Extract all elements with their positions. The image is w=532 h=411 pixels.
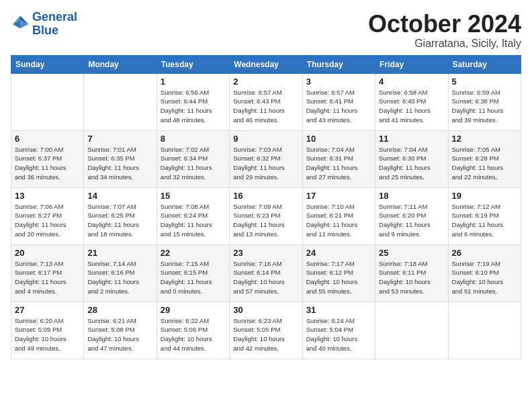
calendar-cell: 21Sunrise: 7:14 AM Sunset: 6:16 PM Dayli… [84,244,157,302]
month-title: October 2024 [368,11,521,38]
calendar-cell [448,302,521,359]
calendar-cell: 18Sunrise: 7:11 AM Sunset: 6:20 PM Dayli… [375,187,448,244]
day-number: 26 [452,248,517,258]
calendar-cell: 26Sunrise: 7:19 AM Sunset: 6:10 PM Dayli… [448,244,521,302]
day-info: Sunrise: 7:06 AM Sunset: 6:27 PM Dayligh… [15,202,80,239]
day-number: 15 [161,191,226,201]
day-number: 22 [161,248,226,258]
day-number: 10 [306,134,371,144]
day-info: Sunrise: 7:17 AM Sunset: 6:12 PM Dayligh… [306,259,371,296]
calendar-cell: 14Sunrise: 7:07 AM Sunset: 6:25 PM Dayli… [84,187,157,244]
calendar-cell: 11Sunrise: 7:04 AM Sunset: 6:30 PM Dayli… [375,130,448,187]
calendar-cell: 4Sunrise: 6:58 AM Sunset: 6:40 PM Daylig… [375,73,448,130]
day-number: 25 [379,248,444,258]
calendar-cell: 6Sunrise: 7:00 AM Sunset: 6:37 PM Daylig… [11,130,84,187]
day-number: 19 [452,191,517,201]
day-info: Sunrise: 7:03 AM Sunset: 6:32 PM Dayligh… [233,145,298,182]
calendar-cell: 9Sunrise: 7:03 AM Sunset: 6:32 PM Daylig… [230,130,302,187]
calendar-week-3: 13Sunrise: 7:06 AM Sunset: 6:27 PM Dayli… [11,187,521,244]
day-number: 17 [306,191,371,201]
calendar-week-1: 1Sunrise: 6:56 AM Sunset: 6:44 PM Daylig… [11,73,521,130]
calendar-cell: 24Sunrise: 7:17 AM Sunset: 6:12 PM Dayli… [302,244,375,302]
column-header-monday: Monday [84,55,157,73]
calendar-cell: 25Sunrise: 7:18 AM Sunset: 6:11 PM Dayli… [375,244,448,302]
column-header-saturday: Saturday [448,55,521,73]
day-number: 30 [233,305,298,315]
calendar-cell: 2Sunrise: 6:57 AM Sunset: 6:43 PM Daylig… [230,73,302,130]
day-info: Sunrise: 7:14 AM Sunset: 6:16 PM Dayligh… [87,259,152,296]
day-number: 8 [161,134,226,144]
day-info: Sunrise: 6:57 AM Sunset: 6:41 PM Dayligh… [306,88,371,125]
day-info: Sunrise: 7:04 AM Sunset: 6:31 PM Dayligh… [306,145,371,182]
calendar-cell: 16Sunrise: 7:09 AM Sunset: 6:23 PM Dayli… [230,187,302,244]
day-info: Sunrise: 7:01 AM Sunset: 6:35 PM Dayligh… [87,145,152,182]
day-info: Sunrise: 6:20 AM Sunset: 5:09 PM Dayligh… [15,316,80,353]
calendar-cell: 19Sunrise: 7:12 AM Sunset: 6:19 PM Dayli… [448,187,521,244]
day-number: 24 [306,248,371,258]
calendar-cell: 12Sunrise: 7:05 AM Sunset: 6:28 PM Dayli… [448,130,521,187]
calendar-cell [84,73,157,130]
calendar-cell: 13Sunrise: 7:06 AM Sunset: 6:27 PM Dayli… [11,187,84,244]
calendar-cell: 20Sunrise: 7:13 AM Sunset: 6:17 PM Dayli… [11,244,84,302]
column-header-thursday: Thursday [302,55,375,73]
logo-text: General Blue [32,11,77,38]
logo-icon [11,15,30,34]
day-number: 4 [379,77,444,87]
column-header-sunday: Sunday [11,55,84,73]
day-info: Sunrise: 7:11 AM Sunset: 6:20 PM Dayligh… [379,202,444,239]
calendar-week-5: 27Sunrise: 6:20 AM Sunset: 5:09 PM Dayli… [11,302,521,359]
day-number: 7 [87,134,152,144]
column-header-wednesday: Wednesday [230,55,302,73]
calendar-cell: 7Sunrise: 7:01 AM Sunset: 6:35 PM Daylig… [84,130,157,187]
calendar-cell: 30Sunrise: 6:23 AM Sunset: 5:05 PM Dayli… [230,302,302,359]
day-info: Sunrise: 7:02 AM Sunset: 6:34 PM Dayligh… [161,145,226,182]
calendar-cell: 17Sunrise: 7:10 AM Sunset: 6:21 PM Dayli… [302,187,375,244]
calendar-table: SundayMondayTuesdayWednesdayThursdayFrid… [11,55,521,359]
calendar-cell [375,302,448,359]
day-info: Sunrise: 6:22 AM Sunset: 5:06 PM Dayligh… [161,316,226,353]
calendar-cell: 5Sunrise: 6:59 AM Sunset: 6:38 PM Daylig… [448,73,521,130]
day-number: 16 [233,191,298,201]
day-info: Sunrise: 6:59 AM Sunset: 6:38 PM Dayligh… [452,88,517,125]
calendar-cell: 10Sunrise: 7:04 AM Sunset: 6:31 PM Dayli… [302,130,375,187]
calendar-cell: 22Sunrise: 7:15 AM Sunset: 6:15 PM Dayli… [157,244,229,302]
calendar-cell: 8Sunrise: 7:02 AM Sunset: 6:34 PM Daylig… [157,130,229,187]
calendar-header-row: SundayMondayTuesdayWednesdayThursdayFrid… [11,55,521,73]
logo: General Blue [11,11,77,38]
page-header: General Blue October 2024 Giarratana, Si… [11,11,521,50]
day-number: 12 [452,134,517,144]
day-number: 23 [233,248,298,258]
day-info: Sunrise: 7:09 AM Sunset: 6:23 PM Dayligh… [233,202,298,239]
day-info: Sunrise: 7:12 AM Sunset: 6:19 PM Dayligh… [452,202,517,239]
day-info: Sunrise: 6:21 AM Sunset: 5:08 PM Dayligh… [87,316,152,353]
day-number: 20 [15,248,80,258]
calendar-cell: 29Sunrise: 6:22 AM Sunset: 5:06 PM Dayli… [157,302,229,359]
day-info: Sunrise: 7:07 AM Sunset: 6:25 PM Dayligh… [87,202,152,239]
day-number: 27 [15,305,80,315]
column-header-tuesday: Tuesday [157,55,229,73]
calendar-cell [11,73,84,130]
day-info: Sunrise: 6:58 AM Sunset: 6:40 PM Dayligh… [379,88,444,125]
calendar-cell: 23Sunrise: 7:16 AM Sunset: 6:14 PM Dayli… [230,244,302,302]
day-info: Sunrise: 7:00 AM Sunset: 6:37 PM Dayligh… [15,145,80,182]
calendar-cell: 15Sunrise: 7:08 AM Sunset: 6:24 PM Dayli… [157,187,229,244]
title-block: October 2024 Giarratana, Sicily, Italy [368,11,521,50]
calendar-week-2: 6Sunrise: 7:00 AM Sunset: 6:37 PM Daylig… [11,130,521,187]
day-number: 2 [233,77,298,87]
column-header-friday: Friday [375,55,448,73]
calendar-cell: 27Sunrise: 6:20 AM Sunset: 5:09 PM Dayli… [11,302,84,359]
day-info: Sunrise: 6:24 AM Sunset: 5:04 PM Dayligh… [306,316,371,353]
day-info: Sunrise: 7:15 AM Sunset: 6:15 PM Dayligh… [161,259,226,296]
day-info: Sunrise: 7:19 AM Sunset: 6:10 PM Dayligh… [452,259,517,296]
day-number: 18 [379,191,444,201]
day-number: 1 [161,77,226,87]
day-info: Sunrise: 7:16 AM Sunset: 6:14 PM Dayligh… [233,259,298,296]
day-info: Sunrise: 7:05 AM Sunset: 6:28 PM Dayligh… [452,145,517,182]
calendar-cell: 31Sunrise: 6:24 AM Sunset: 5:04 PM Dayli… [302,302,375,359]
calendar-cell: 1Sunrise: 6:56 AM Sunset: 6:44 PM Daylig… [157,73,229,130]
day-number: 31 [306,305,371,315]
day-number: 9 [233,134,298,144]
day-info: Sunrise: 6:57 AM Sunset: 6:43 PM Dayligh… [233,88,298,125]
day-info: Sunrise: 7:08 AM Sunset: 6:24 PM Dayligh… [161,202,226,239]
day-number: 6 [15,134,80,144]
